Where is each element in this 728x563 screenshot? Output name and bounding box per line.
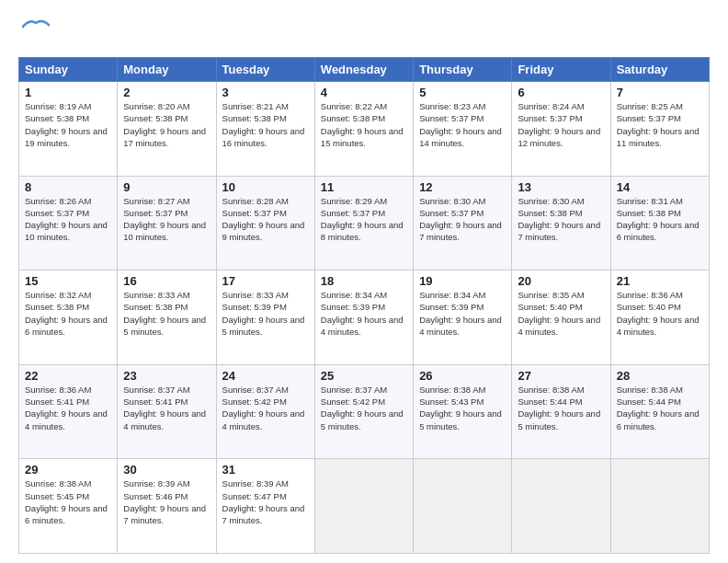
day-info: Sunrise: 8:35 AM Sunset: 5:40 PM Dayligh…: [518, 290, 600, 337]
calendar-cell: [512, 459, 610, 554]
day-info: Sunrise: 8:37 AM Sunset: 5:42 PM Dayligh…: [321, 385, 404, 431]
calendar-cell: 3 Sunrise: 8:21 AM Sunset: 5:38 PM Dayli…: [216, 82, 314, 177]
day-info: Sunrise: 8:36 AM Sunset: 5:41 PM Dayligh…: [25, 385, 108, 431]
calendar-week-row: 22 Sunrise: 8:36 AM Sunset: 5:41 PM Dayl…: [19, 364, 710, 459]
calendar-header-sunday: Sunday: [19, 58, 118, 82]
calendar-header-saturday: Saturday: [610, 58, 709, 82]
day-number: 22: [25, 369, 111, 383]
calendar-cell: 9 Sunrise: 8:27 AM Sunset: 5:37 PM Dayli…: [118, 176, 216, 270]
day-number: 30: [123, 463, 210, 477]
day-number: 2: [123, 86, 210, 99]
calendar-week-row: 1 Sunrise: 8:19 AM Sunset: 5:38 PM Dayli…: [19, 82, 710, 177]
day-number: 17: [222, 274, 309, 288]
day-number: 6: [518, 86, 604, 99]
calendar-cell: 24 Sunrise: 8:37 AM Sunset: 5:42 PM Dayl…: [216, 364, 314, 459]
calendar-cell: 12 Sunrise: 8:30 AM Sunset: 5:37 PM Dayl…: [414, 176, 512, 270]
day-info: Sunrise: 8:20 AM Sunset: 5:38 PM Dayligh…: [123, 101, 206, 148]
day-info: Sunrise: 8:26 AM Sunset: 5:37 PM Dayligh…: [25, 196, 108, 243]
day-info: Sunrise: 8:23 AM Sunset: 5:37 PM Dayligh…: [419, 101, 502, 148]
calendar-cell: [414, 459, 512, 554]
day-info: Sunrise: 8:39 AM Sunset: 5:46 PM Dayligh…: [123, 478, 206, 525]
day-number: 31: [222, 463, 309, 477]
calendar-cell: 17 Sunrise: 8:33 AM Sunset: 5:39 PM Dayl…: [216, 270, 314, 365]
calendar-cell: 25 Sunrise: 8:37 AM Sunset: 5:42 PM Dayl…: [314, 364, 413, 459]
calendar-cell: 6 Sunrise: 8:24 AM Sunset: 5:37 PM Dayli…: [512, 82, 610, 177]
logo-bird-icon: [22, 18, 50, 37]
day-info: Sunrise: 8:29 AM Sunset: 5:37 PM Dayligh…: [321, 196, 404, 243]
day-info: Sunrise: 8:32 AM Sunset: 5:38 PM Dayligh…: [25, 290, 108, 337]
day-number: 9: [123, 180, 210, 194]
logo: [18, 18, 50, 48]
calendar-cell: 18 Sunrise: 8:34 AM Sunset: 5:39 PM Dayl…: [314, 270, 413, 365]
calendar-table: SundayMondayTuesdayWednesdayThursdayFrid…: [18, 57, 710, 554]
calendar-cell: [610, 459, 709, 554]
day-info: Sunrise: 8:36 AM Sunset: 5:40 PM Dayligh…: [617, 290, 700, 337]
calendar-cell: 26 Sunrise: 8:38 AM Sunset: 5:43 PM Dayl…: [414, 364, 512, 459]
calendar-cell: 28 Sunrise: 8:38 AM Sunset: 5:44 PM Dayl…: [610, 364, 709, 459]
day-info: Sunrise: 8:38 AM Sunset: 5:44 PM Dayligh…: [518, 385, 600, 431]
calendar-cell: 13 Sunrise: 8:30 AM Sunset: 5:38 PM Dayl…: [512, 176, 610, 270]
day-info: Sunrise: 8:27 AM Sunset: 5:37 PM Dayligh…: [123, 196, 206, 243]
calendar-cell: 7 Sunrise: 8:25 AM Sunset: 5:37 PM Dayli…: [610, 82, 709, 177]
day-number: 10: [222, 180, 309, 194]
day-number: 25: [321, 369, 407, 383]
page: SundayMondayTuesdayWednesdayThursdayFrid…: [0, 0, 728, 563]
calendar-cell: 20 Sunrise: 8:35 AM Sunset: 5:40 PM Dayl…: [512, 270, 610, 365]
day-info: Sunrise: 8:22 AM Sunset: 5:38 PM Dayligh…: [321, 101, 404, 148]
calendar-week-row: 15 Sunrise: 8:32 AM Sunset: 5:38 PM Dayl…: [19, 270, 710, 365]
day-number: 15: [25, 274, 111, 288]
calendar-header-monday: Monday: [118, 58, 216, 82]
calendar-cell: 15 Sunrise: 8:32 AM Sunset: 5:38 PM Dayl…: [19, 270, 118, 365]
day-info: Sunrise: 8:31 AM Sunset: 5:38 PM Dayligh…: [617, 196, 700, 243]
day-number: 24: [222, 369, 309, 383]
calendar-cell: 11 Sunrise: 8:29 AM Sunset: 5:37 PM Dayl…: [314, 176, 413, 270]
day-info: Sunrise: 8:39 AM Sunset: 5:47 PM Dayligh…: [222, 478, 305, 525]
calendar-cell: 23 Sunrise: 8:37 AM Sunset: 5:41 PM Dayl…: [118, 364, 216, 459]
day-number: 8: [25, 180, 111, 194]
day-number: 14: [617, 180, 703, 194]
day-number: 18: [321, 274, 407, 288]
calendar-cell: 5 Sunrise: 8:23 AM Sunset: 5:37 PM Dayli…: [414, 82, 512, 177]
day-info: Sunrise: 8:30 AM Sunset: 5:37 PM Dayligh…: [419, 196, 502, 243]
calendar-cell: 16 Sunrise: 8:33 AM Sunset: 5:38 PM Dayl…: [118, 270, 216, 365]
calendar-cell: 30 Sunrise: 8:39 AM Sunset: 5:46 PM Dayl…: [118, 459, 216, 554]
day-number: 11: [321, 180, 407, 194]
calendar-header-row: SundayMondayTuesdayWednesdayThursdayFrid…: [19, 58, 710, 82]
calendar-header-tuesday: Tuesday: [216, 58, 314, 82]
calendar-cell: 21 Sunrise: 8:36 AM Sunset: 5:40 PM Dayl…: [610, 270, 709, 365]
day-number: 5: [419, 86, 506, 99]
calendar-cell: 14 Sunrise: 8:31 AM Sunset: 5:38 PM Dayl…: [610, 176, 709, 270]
day-info: Sunrise: 8:34 AM Sunset: 5:39 PM Dayligh…: [321, 290, 404, 337]
calendar-header-wednesday: Wednesday: [314, 58, 413, 82]
day-info: Sunrise: 8:21 AM Sunset: 5:38 PM Dayligh…: [222, 101, 305, 148]
calendar-header-thursday: Thursday: [414, 58, 512, 82]
day-number: 20: [518, 274, 604, 288]
day-number: 1: [25, 86, 111, 99]
day-number: 7: [617, 86, 703, 99]
calendar-cell: 31 Sunrise: 8:39 AM Sunset: 5:47 PM Dayl…: [216, 459, 314, 554]
day-number: 19: [419, 274, 506, 288]
calendar-cell: 29 Sunrise: 8:38 AM Sunset: 5:45 PM Dayl…: [19, 459, 118, 554]
day-number: 26: [419, 369, 506, 383]
calendar-cell: 2 Sunrise: 8:20 AM Sunset: 5:38 PM Dayli…: [118, 82, 216, 177]
day-number: 23: [123, 369, 210, 383]
header: [18, 18, 710, 48]
day-number: 29: [25, 463, 111, 477]
calendar-week-row: 8 Sunrise: 8:26 AM Sunset: 5:37 PM Dayli…: [19, 176, 710, 270]
day-info: Sunrise: 8:33 AM Sunset: 5:38 PM Dayligh…: [123, 290, 206, 337]
calendar-cell: 1 Sunrise: 8:19 AM Sunset: 5:38 PM Dayli…: [19, 82, 118, 177]
day-number: 27: [518, 369, 604, 383]
day-number: 21: [617, 274, 703, 288]
day-info: Sunrise: 8:28 AM Sunset: 5:37 PM Dayligh…: [222, 196, 305, 243]
day-info: Sunrise: 8:24 AM Sunset: 5:37 PM Dayligh…: [518, 101, 600, 148]
day-number: 13: [518, 180, 604, 194]
day-info: Sunrise: 8:25 AM Sunset: 5:37 PM Dayligh…: [617, 101, 700, 148]
calendar-cell: 22 Sunrise: 8:36 AM Sunset: 5:41 PM Dayl…: [19, 364, 118, 459]
day-info: Sunrise: 8:33 AM Sunset: 5:39 PM Dayligh…: [222, 290, 305, 337]
day-number: 12: [419, 180, 506, 194]
day-number: 28: [617, 369, 703, 383]
calendar-cell: 8 Sunrise: 8:26 AM Sunset: 5:37 PM Dayli…: [19, 176, 118, 270]
day-info: Sunrise: 8:38 AM Sunset: 5:45 PM Dayligh…: [25, 478, 108, 525]
calendar-cell: 27 Sunrise: 8:38 AM Sunset: 5:44 PM Dayl…: [512, 364, 610, 459]
day-info: Sunrise: 8:38 AM Sunset: 5:43 PM Dayligh…: [419, 385, 502, 431]
